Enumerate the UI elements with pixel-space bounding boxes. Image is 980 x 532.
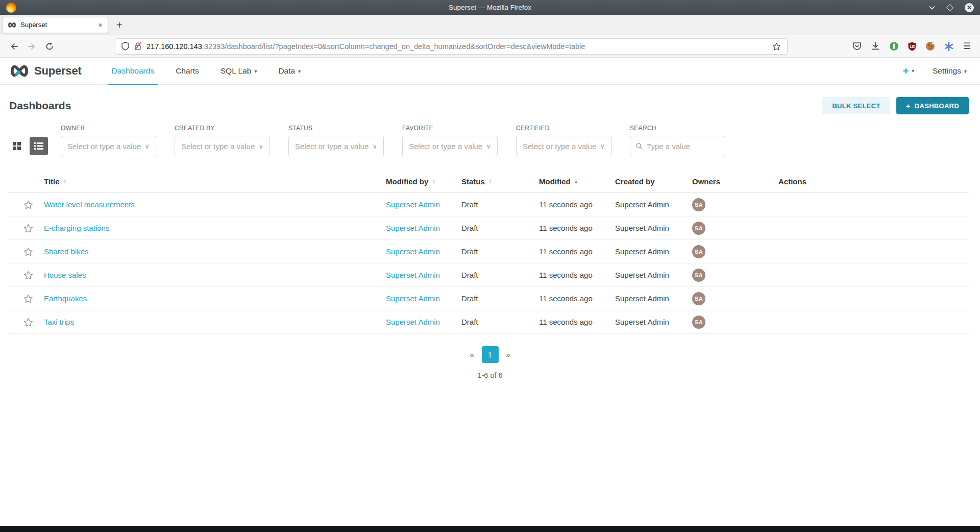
created-by-text: Superset Admin xyxy=(612,247,689,256)
prev-page-button[interactable]: « xyxy=(470,350,474,359)
modified-text: 11 seconds ago xyxy=(536,271,612,279)
modified-text: 11 seconds ago xyxy=(536,318,612,326)
certified-filter-select[interactable]: Select or type a value ∨ xyxy=(516,136,611,156)
pocket-icon[interactable] xyxy=(852,42,862,51)
column-header-modified-by[interactable]: Modified by ▲▼ xyxy=(383,177,458,186)
bulk-select-button[interactable]: BULK SELECT xyxy=(822,97,890,114)
back-button-icon[interactable] xyxy=(6,39,21,54)
card-view-toggle[interactable] xyxy=(9,138,24,154)
window-maximize-icon[interactable] xyxy=(946,4,953,11)
chevron-down-icon: ∨ xyxy=(144,142,150,150)
owner-filter-select[interactable]: Select or type a value ∨ xyxy=(61,136,156,156)
status-text: Draft xyxy=(458,294,536,303)
browser-tab-superset[interactable]: Superset × xyxy=(2,17,108,33)
filter-label-status: STATUS xyxy=(288,125,384,132)
modified-by-link[interactable]: Superset Admin xyxy=(386,200,440,209)
filter-label-created-by: CREATED BY xyxy=(175,125,270,132)
favorite-star-icon[interactable] xyxy=(23,247,33,256)
superset-brand[interactable]: Superset xyxy=(9,64,82,78)
pagination: « 1 » xyxy=(470,346,510,363)
owner-avatar[interactable]: SA xyxy=(692,245,705,258)
nav-item-data[interactable]: Data ▾ xyxy=(267,58,311,85)
column-header-owners: Owners xyxy=(689,177,775,186)
created-by-text: Superset Admin xyxy=(612,224,689,232)
modified-by-link[interactable]: Superset Admin xyxy=(386,318,440,326)
dashboard-title-link[interactable]: E-charging stations xyxy=(44,224,109,232)
insecure-lock-icon[interactable] xyxy=(134,42,141,51)
new-tab-button[interactable]: + xyxy=(116,20,122,30)
owner-avatar[interactable]: SA xyxy=(692,292,705,305)
window-minimize-icon[interactable] xyxy=(929,6,935,10)
owner-avatar[interactable]: SA xyxy=(692,269,705,282)
forward-button-icon[interactable] xyxy=(24,39,39,54)
nav-item-sql-lab[interactable]: SQL Lab ▾ xyxy=(210,58,268,85)
superset-favicon-icon xyxy=(8,22,16,28)
tracking-shield-icon[interactable] xyxy=(121,42,129,51)
sort-icon: ▲▼ xyxy=(488,179,492,184)
browser-toolbar: 217.160.120.143:32393/dashboard/list/?pa… xyxy=(0,35,980,58)
created-by-text: Superset Admin xyxy=(612,200,689,209)
new-dashboard-button[interactable]: + DASHBOARD xyxy=(896,97,969,114)
dashboard-title-link[interactable]: House sales xyxy=(44,271,86,279)
created-by-text: Superset Admin xyxy=(612,294,689,303)
favorite-star-icon[interactable] xyxy=(23,294,33,303)
favorite-star-icon[interactable] xyxy=(23,271,33,280)
url-text: 217.160.120.143:32393/dashboard/list/?pa… xyxy=(146,42,585,51)
modified-by-link[interactable]: Superset Admin xyxy=(386,294,440,303)
privacy-extension-icon[interactable] xyxy=(890,42,898,51)
modified-by-link[interactable]: Superset Admin xyxy=(386,224,440,232)
downloads-icon[interactable] xyxy=(871,42,880,51)
sort-icon: ▲▼ xyxy=(432,179,435,184)
tab-title: Superset xyxy=(20,21,94,29)
column-header-modified[interactable]: Modified ▲▼ xyxy=(536,177,612,186)
dashboard-title-link[interactable]: Shared bikes xyxy=(44,247,89,256)
modified-by-link[interactable]: Superset Admin xyxy=(386,247,440,256)
column-header-title[interactable]: Title ▲▼ xyxy=(41,177,383,186)
dashboard-title-link[interactable]: Earthquakes xyxy=(44,294,87,303)
grid-icon xyxy=(13,142,21,150)
favorite-filter-select[interactable]: Select or type a value ∨ xyxy=(402,136,498,156)
page-title: Dashboards xyxy=(9,100,71,112)
chevron-down-icon: ∨ xyxy=(600,142,605,150)
chevron-down-icon: ∨ xyxy=(258,142,263,150)
modified-by-link[interactable]: Superset Admin xyxy=(386,271,440,279)
dashboard-title-link[interactable]: Taxi trips xyxy=(44,318,74,326)
list-icon xyxy=(34,142,43,150)
reload-button-icon[interactable] xyxy=(42,39,57,54)
favorite-star-icon[interactable] xyxy=(23,318,33,327)
owner-avatar[interactable]: SA xyxy=(692,198,705,211)
search-input[interactable] xyxy=(647,142,719,151)
status-filter-select[interactable]: Select or type a value ∨ xyxy=(288,136,384,156)
owner-avatar[interactable]: SA xyxy=(692,316,705,329)
favorite-star-icon[interactable] xyxy=(23,224,33,233)
next-page-button[interactable]: » xyxy=(506,350,510,359)
ublock-origin-icon[interactable] xyxy=(908,42,916,51)
caret-down-icon: ▾ xyxy=(964,68,967,74)
created-by-filter-select[interactable]: Select or type a value ∨ xyxy=(175,136,270,156)
page-1-button[interactable]: 1 xyxy=(482,346,499,363)
nav-item-dashboards[interactable]: Dashboards xyxy=(101,58,165,85)
settings-menu-button[interactable]: Settings ▾ xyxy=(933,66,967,76)
bookmark-star-icon[interactable] xyxy=(772,42,781,51)
new-item-menu-button[interactable]: + ▾ xyxy=(903,65,914,77)
window-title: Superset — Mozilla Firefox xyxy=(0,4,980,11)
favorite-star-icon[interactable] xyxy=(23,200,33,209)
cookie-extension-icon[interactable] xyxy=(926,42,935,51)
window-titlebar: Superset — Mozilla Firefox ✕ xyxy=(0,0,980,15)
list-view-toggle[interactable] xyxy=(30,137,48,155)
colorful-asterisk-extension-icon[interactable] xyxy=(944,42,953,51)
tab-close-icon[interactable]: × xyxy=(98,21,103,29)
table-row: Shared bikes Superset Admin Draft 11 sec… xyxy=(8,240,969,263)
sort-icon: ▲▼ xyxy=(63,179,67,184)
caret-down-icon: ▾ xyxy=(254,68,257,74)
nav-item-charts[interactable]: Charts xyxy=(165,58,210,85)
owner-avatar[interactable]: SA xyxy=(692,222,705,235)
filter-label-favorite: FAVORITE xyxy=(402,125,498,132)
url-bar[interactable]: 217.160.120.143:32393/dashboard/list/?pa… xyxy=(115,38,788,55)
modified-text: 11 seconds ago xyxy=(536,247,612,256)
hamburger-menu-icon[interactable]: ☰ xyxy=(963,41,971,52)
column-header-status[interactable]: Status ▲▼ xyxy=(458,177,536,186)
dashboard-title-link[interactable]: Water level measurements xyxy=(44,200,135,209)
column-header-actions: Actions xyxy=(775,177,969,186)
window-close-icon[interactable]: ✕ xyxy=(965,3,974,12)
